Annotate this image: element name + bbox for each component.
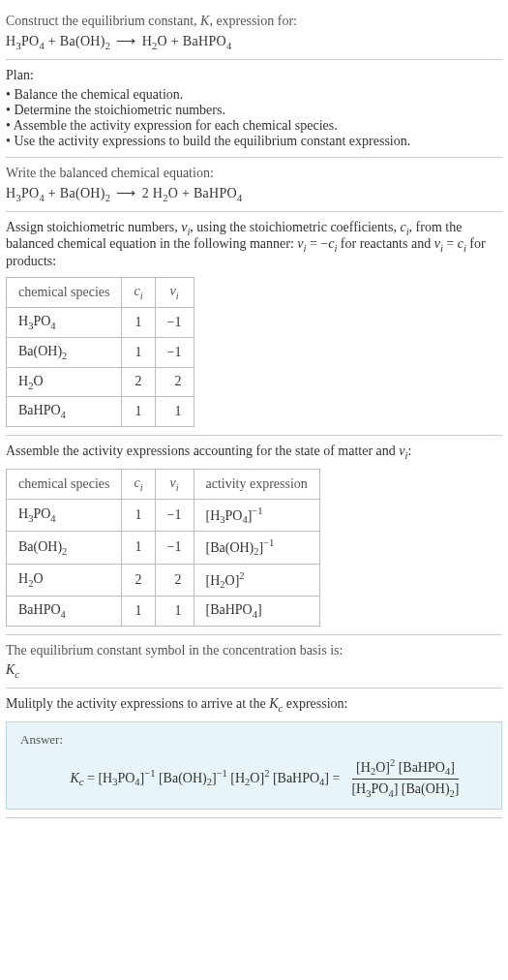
- kc-statement-section: The equilibrium constant symbol in the c…: [6, 635, 502, 689]
- b-reactant-2: Ba(OH): [60, 186, 105, 200]
- table-header-row: chemical species ci νi: [7, 278, 194, 308]
- reactant-2-sub: 2: [105, 41, 111, 51]
- act-t2: :: [407, 444, 411, 458]
- td-species-4: BaHPO4: [7, 397, 122, 427]
- plan-item-3: Assemble the activity expression for eac…: [6, 118, 502, 134]
- th-ci: ci: [122, 278, 155, 308]
- stoich-text: Assign stoichiometric numbers, νi, using…: [6, 220, 502, 270]
- ans-lhs: Kc = [H3PO4]−1 [Ba(OH)2]−1 [H2O]2 [BaHPO…: [71, 768, 341, 787]
- th-nui: νi: [155, 278, 194, 308]
- unbalanced-equation: H3PO4 + Ba(OH)2⟶H2O + BaHPO4: [6, 33, 502, 51]
- th-ci-i: i: [140, 291, 143, 301]
- intro-prompt: Construct the equilibrium constant, K, e…: [6, 14, 502, 29]
- product-2: BaHPO: [183, 34, 226, 48]
- table-row: H3PO4 1 −1 [H3PO4]−1: [7, 499, 320, 531]
- th2-ci: ci: [122, 469, 155, 499]
- mult-t1: Mulitply the activity expressions to arr…: [6, 696, 269, 711]
- activity-text: Assemble the activity expressions accoun…: [6, 444, 502, 461]
- td-c-3: 2: [122, 367, 155, 397]
- td-c-1: 1: [122, 307, 155, 337]
- td2-c-4: 1: [122, 597, 155, 627]
- td-species-1: H3PO4: [7, 307, 122, 337]
- td2-act-1: [H3PO4]−1: [194, 499, 319, 531]
- table-row: Ba(OH)2 1 −1: [7, 337, 194, 367]
- th-species: chemical species: [7, 278, 122, 308]
- st-t4: for reactants and: [337, 236, 433, 251]
- table-header-row: chemical species ci νi activity expressi…: [7, 469, 320, 499]
- b-reactant-1a: H: [6, 186, 15, 200]
- b-reactant-2-sub: 2: [105, 193, 111, 203]
- balanced-equation: H3PO4 + Ba(OH)2⟶2 H2O + BaHPO4: [6, 185, 502, 203]
- td2-act-2: [Ba(OH)2]−1: [194, 532, 319, 564]
- b-product-1a: H: [153, 186, 163, 200]
- td2-nu-1: −1: [155, 499, 194, 531]
- td-nu-3: 2: [155, 367, 194, 397]
- kc-statement-text: The equilibrium constant symbol in the c…: [6, 643, 502, 658]
- intro-section: Construct the equilibrium constant, K, e…: [6, 6, 502, 60]
- td2-nu-3: 2: [155, 564, 194, 596]
- ans-numerator: [H2O]2 [BaHPO4]: [352, 757, 459, 780]
- td-nu-1: −1: [155, 307, 194, 337]
- plan-item-1: Balance the chemical equation.: [6, 87, 502, 103]
- act-t1: Assemble the activity expressions accoun…: [6, 444, 399, 458]
- td2-species-2: Ba(OH)2: [7, 532, 122, 564]
- table-row: BaHPO4 1 1: [7, 397, 194, 427]
- b-product-1b: O: [168, 186, 178, 200]
- st-t1: Assign stoichiometric numbers,: [6, 220, 181, 234]
- ans-fraction: [H2O]2 [BaHPO4] [H3PO4] [Ba(OH)2]: [347, 757, 463, 799]
- td-nu-4: 1: [155, 397, 194, 427]
- td2-c-3: 2: [122, 564, 155, 596]
- b-plus-2: +: [178, 186, 194, 200]
- kc-symbol: Kc: [6, 662, 502, 680]
- st-eq1: = −: [306, 236, 328, 251]
- stoich-section: Assign stoichiometric numbers, νi, using…: [6, 212, 502, 437]
- td2-act-4: [BaHPO4]: [194, 597, 319, 627]
- answer-formula: Kc = [H3PO4]−1 [Ba(OH)2]−1 [H2O]2 [BaHPO…: [20, 757, 488, 799]
- answer-label: Answer:: [20, 732, 488, 748]
- intro-text-1: Construct the equilibrium constant,: [6, 14, 200, 28]
- intro-text-2: , expression for:: [209, 14, 297, 28]
- plan-item-2: Determine the stoichiometric numbers.: [6, 103, 502, 118]
- balanced-section: Write the balanced chemical equation: H3…: [6, 158, 502, 212]
- table-row: H2O 2 2 [H2O]2: [7, 564, 320, 596]
- td-species-2: Ba(OH)2: [7, 337, 122, 367]
- th2-activity: activity expression: [194, 469, 319, 499]
- td-species-3: H2O: [7, 367, 122, 397]
- table-row: H2O 2 2: [7, 367, 194, 397]
- b-product-2: BaHPO: [194, 186, 237, 200]
- th-nui-i: i: [176, 291, 179, 301]
- b-plus-1: +: [45, 186, 60, 200]
- td2-species-1: H3PO4: [7, 499, 122, 531]
- td2-species-4: BaHPO4: [7, 597, 122, 627]
- reactant-2: Ba(OH): [60, 34, 105, 48]
- td-c-4: 1: [122, 397, 155, 427]
- reactant-1a: H: [6, 34, 15, 48]
- plus-2: +: [167, 34, 183, 48]
- td2-act-3: [H2O]2: [194, 564, 319, 596]
- balanced-header: Write the balanced chemical equation:: [6, 166, 502, 181]
- b-arrow-icon: ⟶: [116, 186, 135, 200]
- intro-K: K: [200, 14, 209, 28]
- td2-c-2: 1: [122, 532, 155, 564]
- table-row: BaHPO4 1 1 [BaHPO4]: [7, 597, 320, 627]
- arrow-icon: ⟶: [116, 34, 135, 48]
- plus-1: +: [45, 34, 60, 48]
- b-product-2-sub: 4: [237, 193, 243, 203]
- plan-list: Balance the chemical equation. Determine…: [6, 87, 502, 149]
- plan-item-4: Use the activity expressions to build th…: [6, 134, 502, 149]
- th2-nui: νi: [155, 469, 194, 499]
- st-eq2: =: [443, 236, 458, 251]
- multiply-text: Mulitply the activity expressions to arr…: [6, 696, 502, 714]
- activity-section: Assemble the activity expressions accoun…: [6, 436, 502, 635]
- td-nu-2: −1: [155, 337, 194, 367]
- b-coef: 2: [142, 186, 153, 200]
- plan-header: Plan:: [6, 68, 502, 83]
- product-2-sub: 4: [226, 41, 232, 51]
- ans-denominator: [H3PO4] [Ba(OH)2]: [347, 780, 463, 799]
- answer-box: Answer: Kc = [H3PO4]−1 [Ba(OH)2]−1 [H2O]…: [6, 721, 502, 810]
- plan-section: Plan: Balance the chemical equation. Det…: [6, 60, 502, 158]
- th2-species: chemical species: [7, 469, 122, 499]
- td2-c-1: 1: [122, 499, 155, 531]
- stoich-table: chemical species ci νi H3PO4 1 −1 Ba(OH)…: [6, 277, 194, 427]
- product-1a: H: [142, 34, 152, 48]
